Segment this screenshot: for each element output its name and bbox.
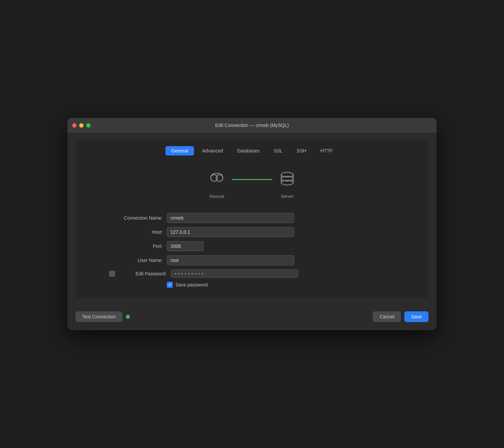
window-title: Edit Connection — crmeb (MySQL) [215,123,289,128]
host-row: Host: [109,227,408,237]
tab-http[interactable]: HTTP [314,146,339,155]
connection-diagram: Navicat Server [75,164,429,202]
connection-name-label: Connection Name: [109,215,163,221]
edit-password-row: Edit Password: ●●●●●●●●● [109,269,408,278]
tab-ssh[interactable]: SSH [291,146,312,155]
user-name-row: User Name: [109,255,408,265]
tab-databases[interactable]: Databases [231,146,266,155]
save-password-checkbox[interactable] [167,282,173,288]
port-input[interactable] [167,241,204,251]
password-field: ●●●●●●●●● [171,269,298,278]
connection-status-dot [126,315,130,319]
server-label: Server [281,194,294,199]
navicat-label: Navicat [209,194,224,199]
test-connection-button[interactable]: Test Connection [75,311,122,322]
tab-bar: General Advanced Databases SSL SSH HTTP [75,146,429,155]
form: Connection Name: Host: Port: User Name: [75,213,429,288]
user-name-input[interactable] [167,255,294,265]
navicat-icon [205,167,229,190]
tab-general[interactable]: General [165,146,194,155]
save-password-label: Save password [175,282,208,287]
bottom-left: Test Connection [75,311,130,322]
traffic-lights [72,123,91,128]
maximize-button[interactable] [86,123,91,128]
save-password-row: Save password [167,282,408,288]
server-icon [275,167,299,190]
bottom-bar: Test Connection Cancel Save [67,306,437,330]
connection-name-row: Connection Name: [109,213,408,223]
port-row: Port: [109,241,408,251]
tab-advanced[interactable]: Advanced [196,146,229,155]
titlebar: Edit Connection — crmeb (MySQL) [67,118,437,133]
minimize-button[interactable] [79,123,84,128]
host-label: Host: [109,229,163,235]
tab-ssl[interactable]: SSL [268,146,289,155]
connection-line [232,179,272,180]
user-name-label: User Name: [109,258,163,263]
panel: General Advanced Databases SSL SSH HTTP [75,139,429,298]
edit-connection-window: Edit Connection — crmeb (MySQL) General … [67,118,437,330]
connection-name-input[interactable] [167,213,294,223]
host-input[interactable] [167,227,294,237]
port-label: Port: [109,243,163,249]
edit-password-label: Edit Password: [119,271,167,276]
main-content: General Advanced Databases SSL SSH HTTP [67,133,437,306]
save-button[interactable]: Save [404,311,429,322]
bottom-right: Cancel Save [373,311,429,322]
cancel-button[interactable]: Cancel [373,311,401,322]
diagram-server: Server [275,167,299,199]
edit-password-checkbox[interactable] [109,271,115,277]
diagram-navicat: Navicat [205,167,229,199]
close-button[interactable] [72,123,77,128]
